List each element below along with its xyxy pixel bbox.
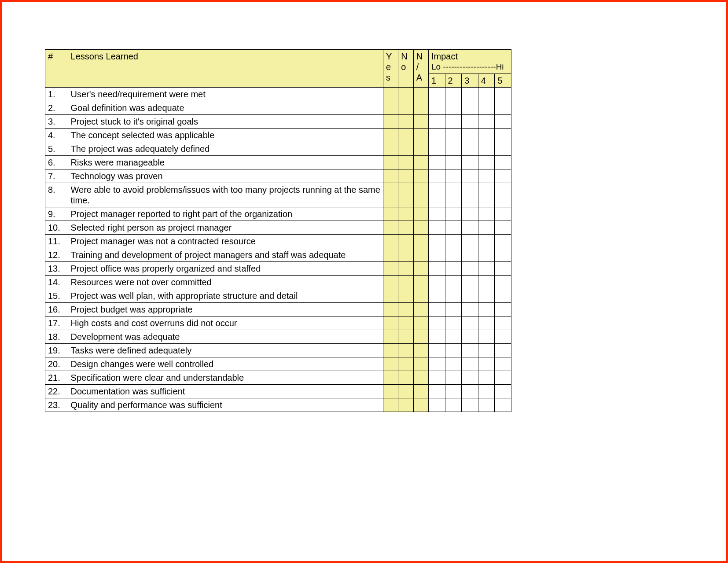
cell-impact-5[interactable] <box>495 316 511 330</box>
cell-impact-2[interactable] <box>445 101 462 115</box>
cell-na[interactable] <box>413 115 428 129</box>
cell-no[interactable] <box>398 115 413 129</box>
cell-impact-3[interactable] <box>462 101 478 115</box>
cell-impact-2[interactable] <box>445 142 462 156</box>
cell-no[interactable] <box>398 183 413 207</box>
cell-impact-2[interactable] <box>445 115 462 129</box>
cell-yes[interactable] <box>383 88 398 101</box>
cell-impact-4[interactable] <box>478 183 495 207</box>
cell-impact-1[interactable] <box>429 129 445 142</box>
cell-impact-1[interactable] <box>429 371 445 385</box>
cell-impact-3[interactable] <box>462 248 478 262</box>
cell-impact-2[interactable] <box>445 235 462 248</box>
cell-impact-2[interactable] <box>445 303 462 316</box>
cell-yes[interactable] <box>383 248 398 262</box>
cell-no[interactable] <box>398 169 413 183</box>
cell-na[interactable] <box>413 142 428 156</box>
cell-yes[interactable] <box>383 129 398 142</box>
cell-impact-3[interactable] <box>462 357 478 371</box>
cell-impact-5[interactable] <box>495 115 511 129</box>
cell-impact-2[interactable] <box>445 289 462 303</box>
cell-na[interactable] <box>413 398 428 412</box>
cell-impact-1[interactable] <box>429 262 445 276</box>
cell-impact-4[interactable] <box>478 115 495 129</box>
cell-yes[interactable] <box>383 303 398 316</box>
cell-no[interactable] <box>398 289 413 303</box>
cell-impact-1[interactable] <box>429 398 445 412</box>
cell-impact-3[interactable] <box>462 276 478 289</box>
cell-yes[interactable] <box>383 371 398 385</box>
cell-impact-3[interactable] <box>462 398 478 412</box>
cell-na[interactable] <box>413 357 428 371</box>
cell-impact-4[interactable] <box>478 156 495 169</box>
cell-yes[interactable] <box>383 385 398 398</box>
cell-na[interactable] <box>413 330 428 344</box>
cell-impact-3[interactable] <box>462 115 478 129</box>
cell-yes[interactable] <box>383 262 398 276</box>
cell-no[interactable] <box>398 316 413 330</box>
cell-impact-3[interactable] <box>462 316 478 330</box>
cell-impact-1[interactable] <box>429 385 445 398</box>
cell-yes[interactable] <box>383 316 398 330</box>
cell-yes[interactable] <box>383 169 398 183</box>
cell-yes[interactable] <box>383 142 398 156</box>
cell-impact-3[interactable] <box>462 183 478 207</box>
cell-impact-1[interactable] <box>429 276 445 289</box>
cell-impact-4[interactable] <box>478 385 495 398</box>
cell-impact-4[interactable] <box>478 371 495 385</box>
cell-impact-5[interactable] <box>495 183 511 207</box>
cell-impact-2[interactable] <box>445 344 462 357</box>
cell-impact-5[interactable] <box>495 303 511 316</box>
cell-na[interactable] <box>413 371 428 385</box>
cell-impact-3[interactable] <box>462 262 478 276</box>
cell-impact-3[interactable] <box>462 330 478 344</box>
cell-impact-2[interactable] <box>445 276 462 289</box>
cell-impact-4[interactable] <box>478 101 495 115</box>
cell-impact-4[interactable] <box>478 221 495 235</box>
cell-impact-1[interactable] <box>429 88 445 101</box>
cell-impact-5[interactable] <box>495 156 511 169</box>
cell-na[interactable] <box>413 344 428 357</box>
cell-impact-2[interactable] <box>445 357 462 371</box>
cell-impact-1[interactable] <box>429 344 445 357</box>
cell-impact-1[interactable] <box>429 142 445 156</box>
cell-impact-2[interactable] <box>445 316 462 330</box>
cell-impact-5[interactable] <box>495 88 511 101</box>
cell-impact-2[interactable] <box>445 221 462 235</box>
cell-impact-3[interactable] <box>462 235 478 248</box>
cell-impact-5[interactable] <box>495 221 511 235</box>
cell-impact-2[interactable] <box>445 129 462 142</box>
cell-yes[interactable] <box>383 289 398 303</box>
cell-no[interactable] <box>398 303 413 316</box>
cell-yes[interactable] <box>383 183 398 207</box>
cell-impact-5[interactable] <box>495 262 511 276</box>
cell-no[interactable] <box>398 398 413 412</box>
cell-na[interactable] <box>413 207 428 221</box>
cell-na[interactable] <box>413 385 428 398</box>
cell-yes[interactable] <box>383 357 398 371</box>
cell-impact-5[interactable] <box>495 169 511 183</box>
cell-no[interactable] <box>398 101 413 115</box>
cell-yes[interactable] <box>383 398 398 412</box>
cell-impact-5[interactable] <box>495 344 511 357</box>
cell-na[interactable] <box>413 169 428 183</box>
cell-impact-2[interactable] <box>445 88 462 101</box>
cell-impact-4[interactable] <box>478 344 495 357</box>
cell-yes[interactable] <box>383 156 398 169</box>
cell-impact-4[interactable] <box>478 330 495 344</box>
cell-no[interactable] <box>398 248 413 262</box>
cell-na[interactable] <box>413 248 428 262</box>
cell-yes[interactable] <box>383 235 398 248</box>
cell-impact-5[interactable] <box>495 129 511 142</box>
cell-impact-3[interactable] <box>462 303 478 316</box>
cell-impact-1[interactable] <box>429 183 445 207</box>
cell-no[interactable] <box>398 276 413 289</box>
cell-impact-5[interactable] <box>495 398 511 412</box>
cell-no[interactable] <box>398 357 413 371</box>
cell-no[interactable] <box>398 156 413 169</box>
cell-na[interactable] <box>413 289 428 303</box>
cell-na[interactable] <box>413 129 428 142</box>
cell-yes[interactable] <box>383 276 398 289</box>
cell-impact-4[interactable] <box>478 276 495 289</box>
cell-impact-4[interactable] <box>478 248 495 262</box>
